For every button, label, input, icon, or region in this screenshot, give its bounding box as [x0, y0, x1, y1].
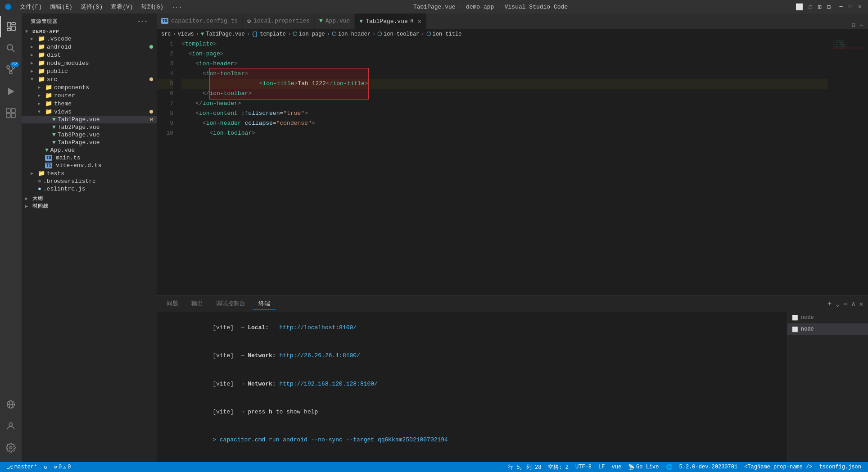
sidebar-item-tabspage[interactable]: ▼ TabsPage.vue [22, 139, 157, 146]
views-label: views [54, 109, 149, 115]
sidebar-item-components[interactable]: ▶ 📁 components [22, 83, 157, 91]
breadcrumb-ion-header[interactable]: ion-header [338, 31, 371, 37]
code-editor[interactable]: 1 2 3 4 5 6 7 8 9 10 <template> [157, 39, 868, 295]
sidebar-item-views[interactable]: ▼ 📁 views [22, 108, 157, 116]
layout-icon-1[interactable]: ⬜ [796, 3, 803, 11]
more-actions-icon[interactable]: ⋯ [860, 22, 863, 29]
code-content[interactable]: <template> <ion-page> <ion-header> <ion-… [177, 39, 832, 295]
menu-view[interactable]: 查看(V) [107, 2, 136, 12]
tree-root[interactable]: ▼ DEMO-APP [22, 28, 157, 35]
maximize-button[interactable]: □ [847, 3, 854, 10]
minimize-button[interactable]: ─ [837, 3, 845, 10]
menu-select[interactable]: 选择(S) [77, 2, 106, 12]
split-editor-icon[interactable]: ⊟ [852, 22, 855, 29]
terminal-line-5: > capacitor.cmd run android --no-sync --… [163, 427, 780, 454]
tab-app-vue[interactable]: ▼ App.vue [315, 14, 355, 29]
tab-local-properties[interactable]: ⚙ local.properties [243, 14, 315, 29]
sidebar-item-timeline[interactable]: ▶ 时间线 [22, 202, 157, 210]
tab-tab1page[interactable]: ▼ Tab1Page.vue M ✕ [355, 14, 426, 29]
search-icon[interactable] [0, 37, 22, 59]
panel-tab-terminal[interactable]: 终端 [253, 298, 276, 310]
explorer-icon[interactable] [0, 16, 22, 37]
sidebar-item-theme[interactable]: ▶ 📁 theme [22, 100, 157, 108]
sidebar-item-tab2page[interactable]: ▼ Tab2Page.vue [22, 123, 157, 131]
sidebar-item-node-modules[interactable]: ▶ 📁 node_modules [22, 59, 157, 67]
terminal-item-node-1[interactable]: ⬜ node [787, 312, 868, 323]
layout-icon-4[interactable]: ⊟ [827, 3, 831, 11]
status-git-branch[interactable]: ⎇ master* [5, 464, 39, 471]
breadcrumb-sep-3: › [247, 31, 250, 37]
status-go-live[interactable]: 📡 Go Live [626, 464, 661, 471]
sidebar-item-tab3page[interactable]: ▼ Tab3Page.vue [22, 131, 157, 139]
extensions-icon[interactable] [0, 102, 22, 124]
status-lang[interactable]: vue [609, 464, 624, 470]
sidebar-item-vscode[interactable]: ▶ 📁 .vscode [22, 35, 157, 43]
breadcrumb-template[interactable]: template [260, 31, 286, 37]
breadcrumb-src[interactable]: src [161, 31, 171, 37]
sidebar-item-main-ts[interactable]: TS main.ts [22, 154, 157, 162]
remote-icon[interactable] [0, 394, 22, 415]
menu-more[interactable]: ... [168, 2, 185, 12]
panel-tab-problems[interactable]: 问题 [161, 298, 184, 310]
breadcrumb-views[interactable]: views [178, 31, 194, 37]
sidebar-item-tests[interactable]: ▶ 📁 tests [22, 169, 157, 177]
breadcrumb-tab1page[interactable]: Tab1Page.vue [206, 31, 244, 37]
run-debug-icon[interactable] [0, 81, 22, 102]
layout-icon-2[interactable]: ❐ [809, 3, 812, 11]
breadcrumb-ion-title[interactable]: ion-title [433, 31, 462, 37]
tab-capacitor[interactable]: TS capacitor.config.ts [157, 14, 243, 29]
sidebar-item-vite-env[interactable]: TS vite-env.d.ts [22, 162, 157, 169]
sidebar-item-public[interactable]: ▶ 📁 public [22, 67, 157, 75]
sidebar-item-src[interactable]: ▼ 📁 src [22, 75, 157, 83]
panel-more-icon[interactable]: ⋯ [843, 300, 848, 309]
terminal-content[interactable]: [vite] → Local: http://localhost:8100/ [… [157, 312, 787, 462]
git-branch-label: master* [14, 464, 37, 470]
menu-file[interactable]: 文件(F) [16, 2, 45, 12]
status-spaces[interactable]: 空格: 2 [546, 463, 571, 471]
menu-edit[interactable]: 编辑(E) [46, 2, 76, 12]
sidebar-item-router[interactable]: ▶ 📁 router [22, 91, 157, 100]
status-errors[interactable]: ⊗ 0 ⚠ 0 [52, 464, 73, 471]
sidebar-item-eslintrc[interactable]: ● .eslintrc.js [22, 185, 157, 193]
account-icon[interactable] [0, 415, 22, 437]
panel-expand-icon[interactable]: ∧ [851, 300, 856, 309]
status-version[interactable]: 5.2.0-dev.20230701 [677, 464, 740, 470]
outline-label: 大纲 [32, 195, 157, 202]
vue-tab-icon-app: ▼ [319, 18, 323, 24]
tab-close-icon[interactable]: ✕ [418, 18, 421, 25]
sidebar-item-app-vue[interactable]: ▼ App.vue [22, 146, 157, 154]
terminal-item-node-2[interactable]: ⬜ node [787, 323, 868, 335]
vue-tab-icon-tab1: ▼ [359, 18, 363, 25]
settings-icon[interactable] [0, 437, 22, 458]
status-tag-name[interactable]: <TagName prop-name /> [742, 464, 814, 470]
add-terminal-icon[interactable]: + [827, 300, 832, 308]
close-button[interactable]: ✕ [856, 3, 863, 10]
status-sync[interactable]: ↻ [41, 464, 49, 471]
sidebar-item-dist[interactable]: ▶ 📁 dist [22, 51, 157, 59]
sidebar-item-browserslistrc[interactable]: ≡ .browserslistrc [22, 177, 157, 185]
terminal-dropdown-icon[interactable]: ⌄ [835, 300, 840, 309]
breadcrumb-ion-toolbar[interactable]: ion-toolbar [384, 31, 419, 37]
panel-tab-debug[interactable]: 调试控制台 [211, 298, 251, 310]
breadcrumb-ion-page[interactable]: ion-page [299, 31, 325, 37]
dist-label: dist [47, 52, 157, 59]
breadcrumb-template-icon: {} [252, 31, 258, 37]
status-eol[interactable]: LF [596, 464, 607, 470]
sidebar-item-tab1page[interactable]: ▼ Tab1Page.vue M [22, 116, 157, 123]
file-icon-browsers: ≡ [38, 178, 41, 185]
folder-icon: 📁 [38, 35, 45, 42]
status-tsconfig[interactable]: tsconfig.json [817, 464, 863, 470]
layout-icon-3[interactable]: ⊞ [818, 3, 821, 11]
sidebar-item-android[interactable]: ▶ 📁 android [22, 43, 157, 51]
sidebar-item-outline[interactable]: ▶ 大纲 [22, 195, 157, 202]
panel-close-icon[interactable]: ✕ [859, 300, 863, 309]
panel-tab-output[interactable]: 输出 [186, 298, 208, 310]
sidebar-menu-icon[interactable]: ••• [138, 19, 148, 24]
status-globe[interactable]: 🌐 [664, 464, 675, 471]
menu-goto[interactable]: 转到(G) [138, 2, 167, 12]
tab1page-label: Tab1Page.vue [58, 116, 150, 123]
status-encoding[interactable]: UTF-8 [573, 464, 594, 470]
source-control-icon[interactable]: 62 [0, 59, 22, 81]
folder-icon-components: 📁 [45, 84, 52, 91]
status-line-col[interactable]: 行 5, 列 28 [506, 463, 543, 471]
